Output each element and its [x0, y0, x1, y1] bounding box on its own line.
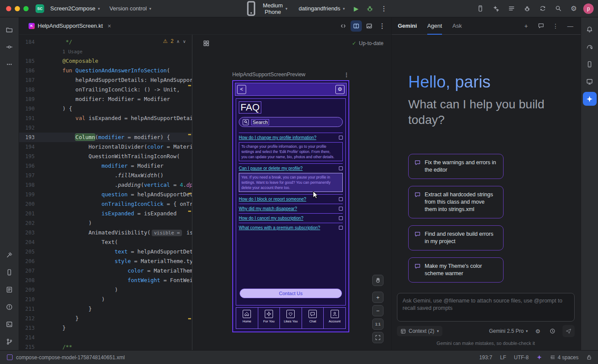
code-line[interactable]: 186 fun QuestionAndAnswerInfoSection( [19, 66, 192, 75]
preview-layout-button[interactable] [200, 37, 212, 49]
device-selector[interactable]: Medium Phone ▾ [239, 0, 291, 19]
code-line[interactable]: 198 .padding(vertical = 4.dp), [19, 180, 192, 190]
warning-stripe-mark[interactable] [188, 211, 191, 212]
code-line[interactable]: 208 fontWeight = FontWeigh [19, 276, 192, 285]
warning-stripe-mark[interactable] [188, 193, 191, 194]
search-everywhere-button[interactable] [552, 3, 564, 15]
code-line[interactable]: 204 Text( [19, 237, 192, 247]
code-line[interactable]: 195 QuestionWithTrailingIconRow( [19, 152, 192, 161]
todo-list-button[interactable] [505, 3, 517, 15]
preview-options-icon[interactable]: ⋮ [344, 72, 349, 78]
version-control-menu[interactable]: Version control ▾ [106, 3, 155, 13]
sync-project-button[interactable] [536, 3, 549, 15]
nav-item-for-you[interactable]: For You [258, 307, 280, 329]
preview-canvas[interactable]: HelpAndSupportScreenPreview ⋮ < ⚙ FAQ [192, 52, 391, 350]
editor-options-button[interactable]: ⋮ [377, 20, 388, 32]
zoom-in-button[interactable]: + [372, 292, 384, 303]
chat-history-button[interactable] [536, 22, 545, 30]
commit-tool-button[interactable] [3, 40, 16, 54]
expand-icon[interactable] [339, 226, 343, 230]
code-line[interactable]: 209 ) [19, 285, 192, 295]
code-line[interactable]: 187 helpAndSupportDetails: HelpAndSuppor… [19, 75, 192, 85]
faq-question-row[interactable]: How do I change my profile information? [239, 134, 343, 141]
editor-tab[interactable]: K HelpAndSupportScreen.kt × [24, 17, 116, 35]
split-view-button[interactable] [351, 20, 362, 32]
code-line[interactable]: 213 } [19, 323, 192, 333]
zoom-actual-size-button[interactable]: 1:1 [372, 318, 384, 330]
code-line[interactable]: 193 Column(modifier = modifier) { [19, 133, 192, 142]
build-tool-button[interactable] [3, 248, 16, 262]
tab-ask[interactable]: Ask [452, 17, 462, 35]
code-line[interactable]: 202 ) [19, 218, 192, 228]
tab-agent[interactable]: Agent [427, 17, 442, 35]
new-chat-button[interactable]: + [522, 22, 530, 30]
project-menu[interactable]: Screen2Compose ▾ [47, 3, 104, 13]
minimize-window-button[interactable] [15, 6, 20, 11]
warning-stripe-mark[interactable] [188, 318, 191, 319]
code-line[interactable]: 211 } [19, 304, 192, 314]
faq-question-row[interactable]: How do I cancel my subscription? [239, 215, 343, 221]
next-issue-button[interactable]: ∨ [183, 39, 186, 44]
gemini-settings-button[interactable]: ⚙ [533, 326, 543, 336]
gradle-tool-button[interactable] [583, 40, 597, 54]
preview-name[interactable]: HelpAndSupportScreenPreview [232, 72, 306, 78]
back-button[interactable]: < [237, 85, 246, 94]
code-line[interactable]: 215 /** [19, 342, 192, 350]
code-line[interactable]: 200 onTrailingIconClick = { onTrai [19, 199, 192, 209]
context-selector[interactable]: Context (2) ▾ [397, 326, 442, 336]
expand-icon[interactable] [339, 207, 343, 211]
faq-question-row[interactable]: How do I block or report someone? [239, 196, 343, 202]
run-button[interactable]: ▶ [350, 3, 362, 15]
profile-avatar[interactable]: p [583, 3, 594, 14]
ai-status-button[interactable] [536, 354, 542, 360]
device-manager-button[interactable] [474, 3, 486, 15]
close-tab-icon[interactable]: × [107, 23, 111, 29]
faq-answer[interactable]: To change your profile information, go t… [239, 142, 343, 161]
caret-position[interactable]: 193:7 [479, 354, 492, 361]
code-line[interactable]: 207 color = MaterialTheme. [19, 266, 192, 276]
code-line[interactable]: 190 ) { [19, 104, 192, 114]
send-button[interactable] [562, 325, 575, 337]
notifications-button[interactable] [583, 23, 597, 36]
settings-gear-button[interactable]: ⚙ [335, 85, 344, 94]
pan-tool-button[interactable] [372, 275, 384, 286]
nav-item-likes-you[interactable]: Likes You [280, 307, 302, 329]
more-run-options-button[interactable]: ⋮ [378, 3, 390, 15]
code-line[interactable]: 188 onTrailingIconClick: () -> Unit, [19, 85, 192, 94]
file-encoding[interactable]: UTF-8 [514, 354, 529, 361]
zoom-out-button[interactable]: − [372, 305, 384, 316]
version-control-tool-button[interactable] [3, 335, 16, 348]
running-devices-button[interactable] [583, 75, 597, 88]
suggestion-card[interactable]: Make my Theme's color scheme warmer [408, 257, 504, 283]
prompt-history-button[interactable] [548, 326, 557, 336]
model-selector[interactable]: Gemini 2.5 Pro ▾ [489, 328, 528, 334]
statusbar-file[interactable]: compose-compose-model-1758748140651.xml [16, 354, 125, 361]
code-line[interactable]: 1 Usage [19, 47, 192, 56]
expand-icon[interactable] [339, 166, 343, 170]
file-lock-toggle[interactable] [586, 354, 592, 360]
code-editor[interactable]: ⚠ 2 ∧ ∨ 184 */ 1 Usage 185 @Composable 1… [19, 35, 192, 350]
code-view-button[interactable] [338, 20, 349, 32]
problems-tool-button[interactable] [3, 300, 16, 314]
device-manager-stripe-button[interactable] [583, 57, 597, 71]
code-line[interactable]: 196 modifier = Modifier [19, 161, 192, 171]
debug-button[interactable] [364, 3, 376, 15]
zoom-window-button[interactable] [23, 6, 29, 11]
nav-item-home[interactable]: Home [236, 307, 258, 329]
gemini-actions-button[interactable] [490, 3, 502, 15]
logcat-tool-button[interactable] [3, 283, 16, 296]
project-tool-button[interactable] [3, 23, 16, 36]
terminal-tool-button[interactable] [3, 317, 16, 331]
zoom-to-fit-button[interactable] [372, 332, 384, 343]
contact-us-button[interactable]: Contact Us [240, 289, 342, 298]
search-field[interactable]: Search [239, 117, 343, 127]
run-configuration-selector[interactable]: datingandfriends ▾ [292, 3, 348, 13]
code-line[interactable]: 189 modifier: Modifier = Modifier [19, 94, 192, 104]
preview-top-app-bar[interactable]: < ⚙ [235, 83, 347, 96]
expand-icon[interactable] [339, 136, 343, 140]
code-line[interactable]: 191 val isExpanded = helpAndSupportDetai… [19, 114, 192, 123]
design-view-button[interactable] [364, 20, 375, 32]
suggestion-card[interactable]: Extract all hardcoded strings from this … [408, 186, 504, 218]
code-line[interactable]: 205 text = helpAndSupportDetai [19, 247, 192, 257]
inspections-widget[interactable]: ⚠ 2 ∧ ∨ [163, 38, 186, 44]
